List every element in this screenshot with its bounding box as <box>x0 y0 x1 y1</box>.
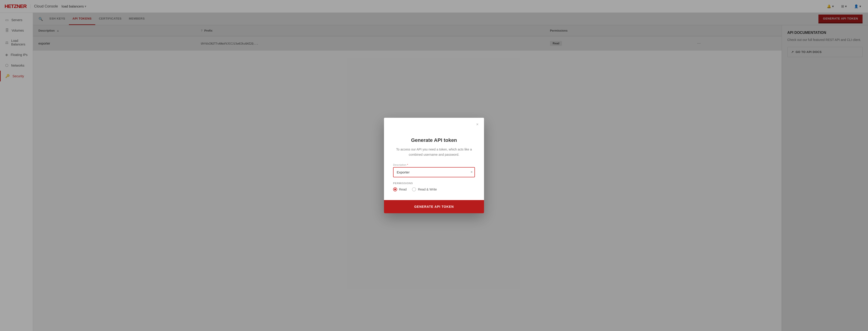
input-wrapper: × <box>393 167 475 177</box>
description-field-group: Description * × <box>393 163 475 177</box>
modal-close-button[interactable]: × <box>474 120 480 128</box>
radio-read-indicator <box>393 187 397 191</box>
modal-description: To access our API you need a token, whic… <box>393 147 475 157</box>
clear-input-button[interactable]: × <box>471 170 473 174</box>
radio-read-write-label: Read & Write <box>418 187 437 191</box>
modal-body: Generate API token To access our API you… <box>384 128 484 200</box>
modal-footer: GENERATE API TOKEN <box>384 200 484 213</box>
permissions-label: PERMISSIONS <box>393 182 475 185</box>
description-label: Description * <box>393 163 475 166</box>
radio-read-write[interactable]: Read & Write <box>412 187 437 191</box>
modal-header: × <box>384 118 484 128</box>
modal-submit-button[interactable]: GENERATE API TOKEN <box>389 205 479 208</box>
radio-dot <box>394 188 396 190</box>
radio-read[interactable]: Read <box>393 187 406 191</box>
permissions-section: PERMISSIONS Read Read & Write <box>393 182 475 191</box>
radio-read-label: Read <box>399 187 406 191</box>
modal-overlay[interactable]: × Generate API token To access our API y… <box>0 0 868 331</box>
radio-group: Read Read & Write <box>393 187 475 191</box>
modal-title: Generate API token <box>393 137 475 143</box>
description-input[interactable] <box>393 167 475 177</box>
radio-read-write-indicator <box>412 187 416 191</box>
generate-api-token-modal: × Generate API token To access our API y… <box>384 118 484 213</box>
